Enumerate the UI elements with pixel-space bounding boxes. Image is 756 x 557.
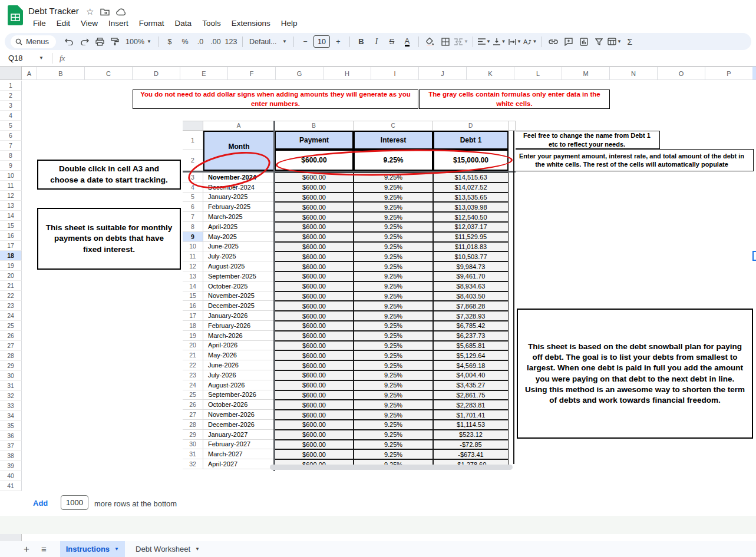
paint-format-icon[interactable] bbox=[108, 35, 122, 49]
row-header-30[interactable]: 30 bbox=[0, 371, 22, 381]
row-header-22[interactable]: 22 bbox=[0, 291, 22, 301]
row-header-40[interactable]: 40 bbox=[0, 471, 22, 481]
row-header-28[interactable]: 28 bbox=[0, 351, 22, 361]
increase-font-size-button[interactable]: + bbox=[331, 35, 345, 49]
column-header-d[interactable]: D bbox=[133, 67, 180, 80]
row-header-15[interactable]: 15 bbox=[0, 221, 22, 231]
column-header-n[interactable]: N bbox=[610, 67, 658, 80]
redo-button[interactable] bbox=[77, 35, 91, 49]
horizontal-scrollbar-track[interactable] bbox=[0, 534, 756, 541]
column-header-c[interactable]: C bbox=[85, 67, 133, 80]
row-header-11[interactable]: 11 bbox=[0, 181, 22, 191]
row-header-21[interactable]: 21 bbox=[0, 281, 22, 291]
row-header-16[interactable]: 16 bbox=[0, 231, 22, 241]
row-header-37[interactable]: 37 bbox=[0, 441, 22, 451]
add-rows-count-input[interactable]: 1000 bbox=[61, 495, 88, 510]
vertical-align-button[interactable]: ▼ bbox=[493, 35, 507, 49]
add-rows-button[interactable]: Add bbox=[33, 499, 48, 508]
zoom-control[interactable]: 100%▼ bbox=[123, 35, 154, 49]
functions-button[interactable]: Σ bbox=[623, 35, 637, 49]
cloud-status-icon[interactable] bbox=[116, 8, 127, 16]
column-header-l[interactable]: L bbox=[514, 67, 562, 80]
row-header-8[interactable]: 8 bbox=[0, 151, 22, 161]
increase-decimal-button[interactable]: .00 bbox=[209, 35, 223, 49]
text-color-button[interactable]: A bbox=[400, 35, 414, 49]
row-header-27[interactable]: 27 bbox=[0, 341, 22, 351]
column-header-o[interactable]: O bbox=[658, 67, 705, 80]
row-header-23[interactable]: 23 bbox=[0, 301, 22, 311]
column-header-f[interactable]: F bbox=[228, 67, 276, 80]
decrease-font-size-button[interactable]: − bbox=[298, 35, 312, 49]
column-header-g[interactable]: G bbox=[276, 67, 323, 80]
row-header-34[interactable]: 34 bbox=[0, 411, 22, 421]
row-header-5[interactable]: 5 bbox=[0, 121, 22, 131]
row-header-26[interactable]: 26 bbox=[0, 331, 22, 341]
row-header-31[interactable]: 31 bbox=[0, 381, 22, 391]
bold-button[interactable]: B bbox=[354, 35, 368, 49]
create-filter-button[interactable] bbox=[592, 35, 606, 49]
column-header-m[interactable]: M bbox=[562, 67, 610, 80]
row-header-36[interactable]: 36 bbox=[0, 431, 22, 441]
row-header-9[interactable]: 9 bbox=[0, 161, 22, 171]
menu-help[interactable]: Help bbox=[276, 18, 302, 29]
menu-edit[interactable]: Edit bbox=[52, 18, 75, 29]
row-header-32[interactable]: 32 bbox=[0, 391, 22, 401]
row-header-3[interactable]: 3 bbox=[0, 101, 22, 111]
menu-extensions[interactable]: Extensions bbox=[227, 18, 275, 29]
row-header-35[interactable]: 35 bbox=[0, 421, 22, 431]
font-family-select[interactable]: Defaul...▼ bbox=[247, 35, 289, 49]
decrease-decimal-button[interactable]: .0 bbox=[193, 35, 207, 49]
row-header-19[interactable]: 19 bbox=[0, 261, 22, 271]
row-header-13[interactable]: 13 bbox=[0, 201, 22, 211]
star-icon[interactable]: ☆ bbox=[86, 6, 94, 17]
more-formats-button[interactable]: 123 bbox=[224, 35, 238, 49]
sheets-logo-icon[interactable] bbox=[8, 5, 23, 25]
insert-comment-button[interactable] bbox=[562, 35, 576, 49]
format-currency-button[interactable]: $ bbox=[163, 35, 177, 49]
format-percent-button[interactable]: % bbox=[178, 35, 192, 49]
fill-color-button[interactable] bbox=[423, 35, 437, 49]
add-sheet-icon[interactable]: + bbox=[24, 543, 29, 555]
document-title[interactable]: Debt Tracker bbox=[28, 6, 79, 16]
selected-cell-q18[interactable] bbox=[752, 251, 756, 261]
print-icon[interactable] bbox=[93, 35, 107, 49]
tab-debt-worksheet[interactable]: Debt Worksheet ▼ bbox=[131, 545, 204, 553]
row-header-39[interactable]: 39 bbox=[0, 461, 22, 471]
italic-button[interactable]: I bbox=[369, 35, 384, 49]
merge-cells-button[interactable]: ▼ bbox=[454, 35, 468, 49]
column-header-q-partial[interactable] bbox=[752, 67, 756, 80]
row-header-17[interactable]: 17 bbox=[0, 241, 22, 251]
borders-button[interactable] bbox=[438, 35, 453, 49]
row-header-33[interactable]: 33 bbox=[0, 401, 22, 411]
column-header-j[interactable]: J bbox=[419, 67, 467, 80]
row-header-41[interactable]: 41 bbox=[0, 481, 22, 491]
menu-format[interactable]: Format bbox=[134, 18, 169, 29]
column-header-h[interactable]: H bbox=[323, 67, 371, 80]
menu-insert[interactable]: Insert bbox=[104, 18, 133, 29]
column-header-a[interactable]: A bbox=[22, 67, 37, 80]
strikethrough-button[interactable]: S bbox=[385, 35, 399, 49]
font-size-input[interactable]: 10 bbox=[313, 35, 330, 48]
row-header-12[interactable]: 12 bbox=[0, 191, 22, 201]
menu-view[interactable]: View bbox=[76, 18, 103, 29]
undo-button[interactable] bbox=[62, 35, 76, 49]
menu-data[interactable]: Data bbox=[170, 18, 197, 29]
row-header-10[interactable]: 10 bbox=[0, 171, 22, 181]
move-folder-icon[interactable] bbox=[100, 8, 110, 16]
row-header-1[interactable]: 1 bbox=[0, 81, 22, 91]
column-header-i[interactable]: I bbox=[371, 67, 419, 80]
table-views-button[interactable]: ▼ bbox=[608, 35, 622, 49]
insert-link-button[interactable] bbox=[546, 35, 560, 49]
chevron-down-icon[interactable]: ▼ bbox=[39, 55, 44, 61]
row-header-18[interactable]: 18 bbox=[0, 251, 22, 261]
row-header-38[interactable]: 38 bbox=[0, 451, 22, 461]
row-header-25[interactable]: 25 bbox=[0, 321, 22, 331]
horizontal-align-button[interactable]: ▼ bbox=[477, 35, 491, 49]
menu-file[interactable]: File bbox=[28, 18, 51, 29]
text-wrap-button[interactable]: ▼ bbox=[508, 35, 522, 49]
text-rotation-button[interactable]: A▼ bbox=[523, 35, 537, 49]
row-header-4[interactable]: 4 bbox=[0, 111, 22, 121]
column-header-k[interactable]: K bbox=[467, 67, 514, 80]
column-header-p[interactable]: P bbox=[705, 67, 753, 80]
column-header-e[interactable]: E bbox=[180, 67, 228, 80]
